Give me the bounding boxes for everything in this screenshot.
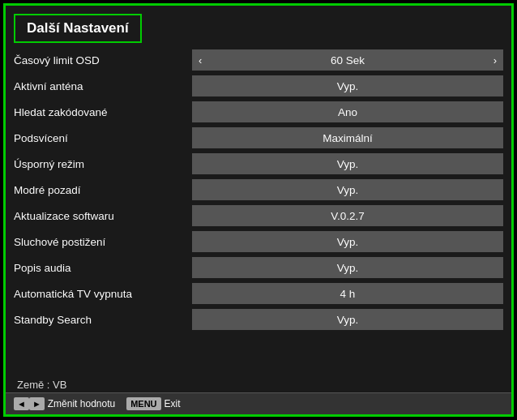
setting-label: Modré pozadí bbox=[14, 184, 192, 196]
setting-row: PodsvíceníMaximální bbox=[14, 126, 503, 150]
setting-value-container[interactable]: Vyp. bbox=[192, 153, 503, 174]
setting-value-container[interactable]: Vyp. bbox=[192, 309, 503, 330]
setting-label: Hledat zakódované bbox=[14, 106, 192, 118]
arrow-left-icon[interactable]: ‹ bbox=[199, 54, 202, 66]
setting-value-container[interactable]: Vyp. bbox=[192, 179, 503, 200]
setting-value-container[interactable]: Ano bbox=[192, 101, 503, 122]
setting-row: Modré pozadíVyp. bbox=[14, 178, 503, 202]
right-arrow-key[interactable]: ► bbox=[29, 397, 45, 410]
setting-value: Vyp. bbox=[337, 314, 359, 326]
setting-row: Úsporný režimVyp. bbox=[14, 152, 503, 176]
setting-row: Hledat zakódovanéAno bbox=[14, 100, 503, 124]
setting-value-container[interactable]: Vyp. bbox=[192, 75, 503, 96]
setting-label: Automatická TV vypnuta bbox=[14, 288, 192, 300]
setting-row: Časový limit OSD‹›60 Sek bbox=[14, 48, 503, 72]
exit-label: Exit bbox=[164, 398, 181, 409]
setting-row: Aktualizace softwaruV.0.2.7 bbox=[14, 204, 503, 228]
setting-label: Úsporný režim bbox=[14, 158, 192, 170]
page-title: Další Nastavení bbox=[27, 20, 129, 36]
bottom-bar: ◄ ► Změnit hodnotu MENU Exit bbox=[6, 392, 511, 414]
setting-value: V.0.2.7 bbox=[331, 210, 365, 222]
setting-value-container[interactable]: V.0.2.7 bbox=[192, 205, 503, 226]
nav-arrows: ◄ ► bbox=[14, 397, 45, 410]
setting-value: 60 Sek bbox=[331, 54, 365, 66]
setting-value-container[interactable]: Maximální bbox=[192, 127, 503, 148]
setting-row: Popis audiaVyp. bbox=[14, 255, 503, 280]
setting-label: Časový limit OSD bbox=[14, 54, 192, 66]
setting-row: Sluchové postiženíVyp. bbox=[14, 229, 503, 254]
setting-value-container[interactable]: 4 h bbox=[192, 283, 503, 304]
setting-label: Aktualizace softwaru bbox=[14, 210, 192, 222]
setting-value-container[interactable]: ‹›60 Sek bbox=[192, 49, 503, 71]
menu-key[interactable]: MENU bbox=[126, 397, 160, 410]
setting-value: Vyp. bbox=[337, 236, 359, 248]
screen: Další Nastavení Časový limit OSD‹›60 Sek… bbox=[3, 3, 514, 417]
footer-zone: Země : VB bbox=[6, 375, 511, 392]
setting-value: 4 h bbox=[340, 288, 356, 300]
setting-label: Podsvícení bbox=[14, 132, 192, 144]
country-info: Země : VB bbox=[17, 379, 66, 391]
setting-value: Ano bbox=[338, 106, 357, 118]
setting-value: Vyp. bbox=[337, 184, 359, 196]
left-arrow-key[interactable]: ◄ bbox=[14, 397, 29, 410]
setting-label: Standby Search bbox=[14, 314, 192, 326]
setting-label: Sluchové postižení bbox=[14, 236, 192, 248]
arrow-right-icon[interactable]: › bbox=[494, 54, 497, 66]
setting-value: Vyp. bbox=[337, 80, 359, 92]
setting-row: Automatická TV vypnuta4 h bbox=[14, 281, 503, 306]
change-value-label: Změnit hodnotu bbox=[48, 398, 115, 409]
setting-row: Standby SearchVyp. bbox=[14, 307, 503, 332]
setting-value: Vyp. bbox=[337, 262, 359, 274]
title-bar: Další Nastavení bbox=[14, 14, 142, 43]
setting-value: Vyp. bbox=[337, 158, 359, 170]
setting-label: Aktivní anténa bbox=[14, 80, 192, 92]
setting-row: Aktivní anténaVyp. bbox=[14, 74, 503, 98]
setting-label: Popis audia bbox=[14, 262, 192, 274]
setting-value-container[interactable]: Vyp. bbox=[192, 257, 503, 278]
settings-list: Časový limit OSD‹›60 SekAktivní anténaVy… bbox=[6, 48, 511, 375]
setting-value-container[interactable]: Vyp. bbox=[192, 231, 503, 252]
setting-value: Maximální bbox=[323, 132, 373, 144]
